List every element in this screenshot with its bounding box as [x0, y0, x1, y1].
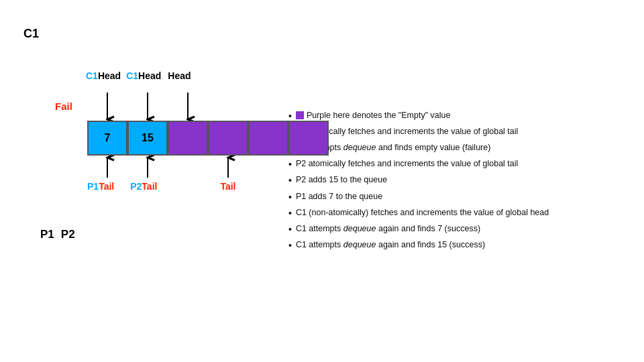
- right-panel: Purple here denotes the "Empty" value P1…: [282, 0, 644, 362]
- p2-tail-text: Tail: [142, 181, 157, 192]
- p1-tail-text: Tail: [99, 181, 114, 192]
- bullet-5: P2 adds 15 to the queue: [288, 174, 631, 186]
- head-label-1: C1Head: [86, 70, 121, 81]
- fail-label: Fail: [55, 101, 72, 112]
- queue-bar: 7 15: [87, 121, 329, 156]
- cell-3: [168, 121, 208, 156]
- c1-prefix-1: C1: [86, 70, 98, 81]
- cell-5: [248, 121, 288, 156]
- bullet-2: P1 atomically fetches and increments the…: [288, 126, 631, 138]
- left-panel: C1: [0, 0, 282, 362]
- tail-labels-row: P1Tail P2Tail Tail: [87, 181, 235, 192]
- p2-label: P2: [61, 228, 75, 241]
- p1-prefix: P1: [87, 181, 99, 192]
- head-text-2: Head: [138, 70, 161, 81]
- bullet-4: P2 atomically fetches and increments the…: [288, 158, 631, 170]
- cell-4: [208, 121, 248, 156]
- bullet-9-text: C1 attempts dequeue again and finds 15 (…: [296, 239, 485, 251]
- p2-prefix: P2: [130, 181, 142, 192]
- purple-box-icon: [296, 111, 304, 119]
- cell-2: 15: [127, 121, 168, 156]
- cell-1: 7: [87, 121, 127, 156]
- head-labels-row: C1Head C1Head Head: [86, 70, 191, 81]
- bullet-4-text: P2 atomically fetches and increments the…: [296, 158, 518, 170]
- bullet-7-text: C1 (non-atomically) fetches and incremen…: [296, 207, 549, 219]
- bullet-5-text: P2 adds 15 to the queue: [296, 174, 387, 186]
- tail-label-plain: Tail: [220, 181, 235, 192]
- bullet-1-text: Purple here denotes the "Empty" value: [307, 110, 451, 122]
- tail-label-p1: P1Tail: [87, 181, 114, 192]
- bullet-6-text: P1 adds 7 to the queue: [296, 191, 382, 203]
- tail-label-p2: P2Tail: [130, 181, 157, 192]
- head-text-1: Head: [98, 70, 121, 81]
- head-label-3: Head: [168, 70, 191, 81]
- diagram: C1Head C1Head Head Fail 7 15 P1Tail P2T: [20, 34, 275, 248]
- head-label-2: C1Head: [126, 70, 161, 81]
- bullet-list: Purple here denotes the "Empty" value P1…: [288, 110, 631, 256]
- bullet-8: C1 attempts dequeue again and finds 7 (s…: [288, 223, 631, 235]
- c1-prefix-2: C1: [126, 70, 138, 81]
- bullet-9: C1 attempts dequeue again and finds 15 (…: [288, 239, 631, 251]
- cell-6: [288, 121, 329, 156]
- bullet-3: C1 attempts dequeue and finds empty valu…: [288, 142, 631, 154]
- bullet-8-text: C1 attempts dequeue again and finds 7 (s…: [296, 223, 480, 235]
- p1-label: P1: [40, 228, 54, 241]
- process-labels: P1 P2: [40, 228, 75, 241]
- bullet-2-text: P1 atomically fetches and increments the…: [296, 126, 518, 138]
- bullet-1: Purple here denotes the "Empty" value: [288, 110, 631, 122]
- bullet-7: C1 (non-atomically) fetches and incremen…: [288, 207, 631, 219]
- bullet-6: P1 adds 7 to the queue: [288, 191, 631, 203]
